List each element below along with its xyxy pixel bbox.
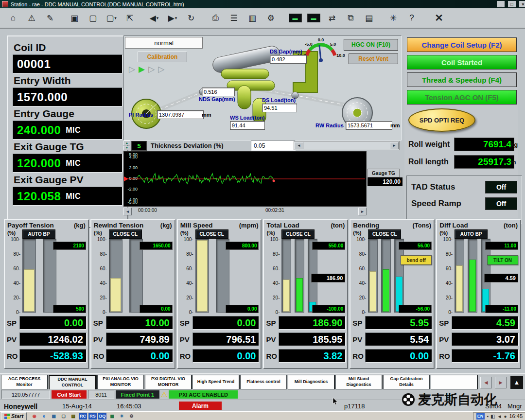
bar-chart-icon[interactable]: ▥ [244, 11, 261, 25]
media-player-icon[interactable]: ◉ [30, 413, 38, 420]
tab-blank[interactable] [431, 375, 477, 389]
calibration-button[interactable]: Calibration [138, 52, 187, 62]
forward-icon[interactable]: ▶▾ [164, 11, 181, 25]
coil-field-label: Coil ID [14, 42, 122, 53]
spd-opti-req-button[interactable]: SPD OPTI REQ [408, 108, 475, 132]
help-icon[interactable]: ? [403, 11, 420, 25]
acknowledge-icon[interactable]: ✎ [42, 11, 58, 25]
trend-display-icon[interactable]: ▬ [287, 11, 303, 25]
controller-title: Diff Load [439, 222, 468, 229]
trend-scrollbar[interactable]: ◄ ► [294, 141, 400, 150]
mode-button[interactable]: AUTO BP [455, 229, 488, 239]
mode-button[interactable]: CLOSE CL [368, 229, 401, 239]
controller-title: Bending [353, 222, 379, 229]
exchange-icon[interactable]: ⇄ [324, 11, 340, 25]
display-raise-icon[interactable]: ⇱ [122, 11, 138, 25]
value-bar [24, 269, 35, 312]
spin-up-icon[interactable]: ▲ [123, 140, 130, 145]
bottom-limit-value: -11.00 [485, 305, 518, 313]
mode-button[interactable]: CLOSE CL [195, 229, 228, 239]
sp-value[interactable]: 186.90 [279, 316, 346, 330]
display-menu-icon[interactable]: ▢▾ [103, 11, 120, 25]
tab-ddc-manual[interactable]: DDC MANUALCONTROL [49, 375, 96, 390]
checklist-icon[interactable]: ☰ [226, 11, 242, 25]
scroll-right-icon[interactable]: ► [390, 142, 399, 149]
change-coil-setup-button[interactable]: Change Coil Setup (F2) [407, 37, 517, 52]
spin-down-icon[interactable]: ▼ [123, 146, 130, 151]
alarm-summary-icon[interactable]: ⚠ [23, 11, 40, 25]
sp-value[interactable]: 0.00 [192, 316, 260, 330]
rs-app-icon[interactable]: RS [88, 413, 97, 420]
aux-button-bend-off[interactable]: bend off [401, 255, 432, 265]
associated-display-icon[interactable]: ▣ [66, 11, 83, 25]
blank-display-icon[interactable]: ▢ [85, 11, 101, 25]
station-network-icon[interactable]: ✳ [385, 11, 402, 25]
sp-value[interactable]: 10.00 [106, 316, 173, 330]
language-indicator[interactable]: EN [476, 413, 485, 420]
trend-right-arrow-icon[interactable]: ► [358, 208, 367, 215]
trend-left-arrow-icon[interactable]: ◄ [123, 208, 132, 215]
globe-tool-icon[interactable]: ✳ [118, 413, 126, 420]
tension-agc-button[interactable]: Tension AGC ON (F5) [407, 90, 517, 105]
nav-back-icon[interactable]: ◄ [480, 377, 492, 388]
mode-button[interactable]: CLOSE CL [281, 229, 315, 239]
tab-high-speed-trend[interactable]: High Speed Trend [192, 375, 239, 389]
mode-button[interactable]: AUTO BP [22, 229, 55, 239]
pv-value: 796.51 [192, 332, 260, 346]
deviation-value-field[interactable]: 0.05 [251, 140, 296, 151]
tray-display-icon[interactable]: ▪ [487, 414, 489, 419]
mode-button[interactable]: CLOSE CL [109, 229, 142, 239]
reset-vent-button[interactable]: Reset Vent [349, 53, 398, 64]
tab-agc-process[interactable]: AGC PROCESSMonitor [1, 375, 48, 389]
file-manager-icon[interactable]: ▤ [69, 413, 77, 420]
exit-icon[interactable]: ✕ [431, 11, 447, 25]
nav-forward-icon[interactable]: ► [495, 377, 507, 388]
sp-value[interactable]: 4.59 [452, 316, 519, 330]
scroll-left-icon[interactable]: ◄ [295, 142, 303, 149]
maximize-button[interactable]: □ [508, 1, 516, 7]
tab-bar: AGC PROCESSMonitorDDC MANUALCONTROLPXI A… [0, 373, 525, 390]
sp-value[interactable]: 0.00 [19, 316, 87, 330]
minimize-button[interactable]: _ [497, 1, 505, 7]
coil-started-button[interactable]: Coil Started [407, 55, 517, 70]
tray-volume-icon[interactable]: ◄ [497, 414, 502, 419]
multiwindow-icon[interactable]: ⧉ [342, 11, 359, 25]
dq-app-icon[interactable]: DQ [98, 413, 106, 420]
tab-pxi-digital-vio[interactable]: PXI DIGITAL VIOMONITOR [145, 375, 192, 389]
console-window-icon[interactable]: ▢ [59, 413, 68, 420]
step-triangle-icon: ▷ [148, 64, 155, 74]
nav-up-icon[interactable]: ▲ [510, 376, 523, 389]
tray-network-icon[interactable]: ◧ [490, 414, 495, 419]
home-icon[interactable]: ⌂ [5, 11, 21, 25]
report-icon[interactable]: ▤ [361, 11, 377, 25]
close-button[interactable]: × [519, 1, 525, 7]
hgc-on-button[interactable]: HGC ON (F10) [344, 39, 398, 51]
gears-icon[interactable]: ⚙ [262, 11, 279, 25]
thread-speedup-button[interactable]: Thread & Speedup (F4) [407, 72, 517, 87]
tab-pxi-analog-vio[interactable]: PXI ANALOG VIOMONITOR [97, 375, 144, 389]
spreadsheet-icon[interactable]: ▦ [108, 413, 116, 420]
rc-app-icon[interactable]: RC [79, 413, 87, 420]
system-tray: EN ▪◧◄● 16:45 [473, 412, 525, 420]
tab-mill-diagnostics[interactable]: Mill Diagnostics [288, 375, 334, 389]
ro-value: 3.82 [279, 349, 346, 363]
alarm-indicator[interactable]: Alarm [179, 402, 222, 410]
sp-value[interactable]: 5.95 [365, 316, 432, 330]
scale-tick: 0- [179, 310, 193, 315]
tray-status-icon[interactable]: ● [504, 414, 507, 419]
refresh-icon[interactable]: ↻ [183, 11, 199, 25]
start-button[interactable]: Start [1, 412, 27, 420]
ie-icon[interactable]: e [40, 413, 48, 420]
group-display-icon[interactable]: ▬ [305, 11, 322, 25]
bar-tracks [109, 240, 143, 313]
rw-radius-value: 1573.5671 [346, 121, 392, 130]
tab-gap-calibration[interactable]: Gap CalibrationDetails [383, 375, 430, 389]
tab-mill-stand[interactable]: Mill StandDiagnostics [335, 375, 382, 389]
print-icon[interactable]: ⎙ [207, 11, 224, 25]
pv-value: 749.89 [106, 332, 173, 346]
back-icon[interactable]: ◀▾ [146, 11, 162, 25]
aux-button-tilt-on[interactable]: TILT ON [487, 255, 518, 265]
show-desktop-icon[interactable]: ▦ [50, 413, 58, 420]
settings-icon[interactable]: ⚙ [127, 413, 136, 420]
tab-flatness-control[interactable]: Flatness control [240, 375, 287, 389]
